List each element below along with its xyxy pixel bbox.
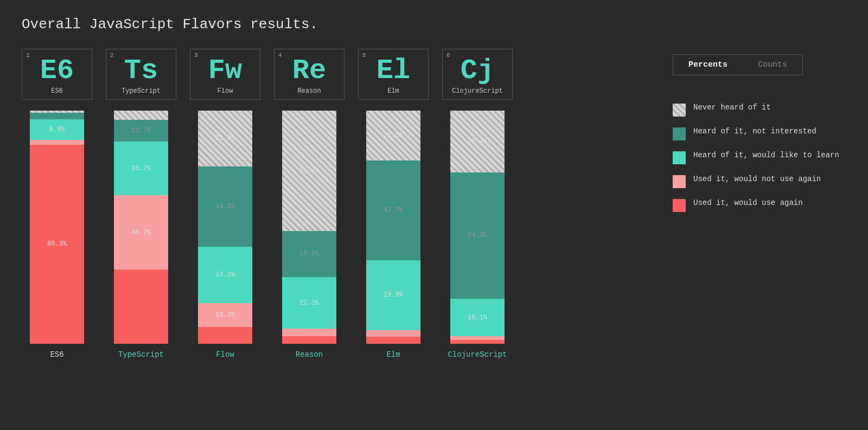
legend-swatch-used-yes <box>673 199 686 212</box>
card-number: 6 <box>446 52 450 59</box>
element-card-es6: 1 E6 ES6 <box>22 49 92 100</box>
bar-segment-never <box>114 111 168 120</box>
bar-segment-never: 51.7% <box>282 111 336 231</box>
counts-toggle[interactable]: Counts <box>743 55 802 75</box>
legend-item-heard-not: Heard of it, not interested <box>673 126 846 140</box>
element-card-typescript: 2 Ts TypeScript <box>106 49 176 100</box>
bar-x-label: Elm <box>386 350 400 359</box>
bar-segment-heard_not <box>30 113 84 119</box>
card-symbol: Cj <box>447 57 508 85</box>
seg-label-heard_learn: 8.9% <box>49 126 65 133</box>
bar-segment-used_yes <box>114 269 168 344</box>
element-card-flow: 3 Fw Flow <box>190 49 260 100</box>
seg-label-used_yes: 86.3% <box>47 240 67 248</box>
card-symbol: Ts <box>111 57 171 85</box>
toggle-buttons: Percents Counts <box>673 54 803 75</box>
right-panel: Percents Counts Never heard of itHeard o… <box>673 49 846 212</box>
seg-label-never: 21.5% <box>384 132 403 139</box>
bar-segment-heard_not: 34.5% <box>198 166 252 247</box>
card-number: 1 <box>26 52 30 59</box>
bar-segment-never: 21.5% <box>366 111 420 161</box>
bar-segment-heard_learn: 33.7% <box>114 142 168 195</box>
bar-container: 23.9%34.5%24.2%10.2% <box>198 111 252 344</box>
bar-segment-used_not <box>450 336 505 340</box>
card-symbol: Re <box>279 57 340 85</box>
bar-group-clojurescript: 26.4%54.3%16.1%ClojureScript <box>442 111 513 359</box>
legend-item-heard-learn: Heard of it, would like to learn <box>673 150 846 164</box>
bar-segment-heard_learn: 24.2% <box>198 247 252 303</box>
seg-label-never: 26.4% <box>468 138 487 145</box>
bar-x-label: TypeScript <box>118 350 164 359</box>
bar-segment-heard_learn: 8.9% <box>30 119 84 140</box>
bar-segment-used_not <box>366 330 420 337</box>
bar-segment-used_yes <box>366 337 420 344</box>
legend-text-heard-not: Heard of it, not interested <box>693 126 816 137</box>
card-number: 5 <box>362 52 366 59</box>
card-name: Reason <box>279 87 340 95</box>
bar-segment-heard_not: 13.7% <box>114 120 168 142</box>
card-name: Flow <box>195 87 256 95</box>
bar-group-elm: 21.5%42.7%29.9%Elm <box>358 111 429 359</box>
bar-x-label: Flow <box>216 350 234 359</box>
bar-x-label: ES6 <box>50 350 63 359</box>
bar-container: 51.7%19.6%22.3% <box>282 111 336 344</box>
bar-container: 8.9%86.3% <box>30 111 84 344</box>
card-number: 4 <box>278 52 282 59</box>
bar-segment-used_yes <box>450 340 505 344</box>
legend-item-used-not: Used it, would not use again <box>673 174 846 188</box>
seg-label-heard_not: 34.5% <box>215 203 235 210</box>
legend-swatch-used-not <box>673 175 686 188</box>
card-name: Elm <box>363 87 424 95</box>
legend-text-heard-learn: Heard of it, would like to learn <box>693 150 839 161</box>
seg-label-heard_learn: 16.1% <box>468 314 487 322</box>
percents-toggle[interactable]: Percents <box>673 55 743 75</box>
element-card-reason: 4 Re Reason <box>274 49 344 100</box>
legend-item-never: Never heard of it <box>673 102 846 117</box>
bar-group-es6: 8.9%86.3%ES6 <box>22 111 92 359</box>
bar-segment-used_not: 46.7% <box>114 195 168 269</box>
card-symbol: Fw <box>195 57 256 85</box>
legend-text-used-yes: Used it, would use again <box>693 198 803 209</box>
seg-label-used_not: 10.2% <box>215 311 235 319</box>
element-cards: 1 E6 ES6 2 Ts TypeScript 3 Fw Flow 4 Re … <box>22 49 651 100</box>
legend: Never heard of itHeard of it, not intere… <box>673 102 846 212</box>
seg-label-heard_learn: 22.3% <box>299 299 319 307</box>
legend-text-never: Never heard of it <box>693 102 771 113</box>
card-symbol: El <box>363 57 424 85</box>
bar-container: 21.5%42.7%29.9% <box>366 111 420 344</box>
legend-item-used-yes: Used it, would use again <box>673 198 846 212</box>
bar-x-label: ClojureScript <box>448 350 507 359</box>
seg-label-heard_not: 54.3% <box>468 232 487 239</box>
seg-label-heard_not: 19.6% <box>299 250 319 258</box>
legend-text-used-not: Used it, would not use again <box>693 174 821 185</box>
bars-section: 8.9%86.3%ES613.7%33.7%46.7%TypeScript23.… <box>22 111 651 359</box>
seg-label-heard_learn: 29.9% <box>384 291 403 299</box>
seg-label-used_not: 46.7% <box>131 229 151 236</box>
bar-segment-used_not: 10.2% <box>198 303 252 327</box>
bar-segment-heard_not: 19.6% <box>282 231 336 277</box>
seg-label-heard_learn: 24.2% <box>215 271 235 279</box>
card-name: TypeScript <box>111 87 171 95</box>
legend-swatch-heard-not <box>673 127 686 140</box>
seg-label-heard_not: 13.7% <box>131 127 151 134</box>
card-number: 3 <box>194 52 198 59</box>
bar-segment-used_not <box>30 140 84 145</box>
card-number: 2 <box>110 52 114 59</box>
legend-swatch-never <box>673 104 686 117</box>
legend-swatch-heard-learn <box>673 151 686 164</box>
bar-segment-heard_learn: 22.3% <box>282 277 336 329</box>
bar-group-reason: 51.7%19.6%22.3%Reason <box>274 111 344 359</box>
bar-segment-heard_learn: 29.9% <box>366 260 420 330</box>
seg-label-heard_not: 42.7% <box>384 207 403 214</box>
bar-segment-used_not <box>282 329 336 336</box>
page-title: Overall JavaScript Flavors results. <box>22 16 846 33</box>
element-card-clojurescript: 6 Cj ClojureScript <box>442 49 513 100</box>
bar-container: 13.7%33.7%46.7% <box>114 111 168 344</box>
bar-segment-used_yes <box>198 327 252 344</box>
bar-segment-heard_not: 42.7% <box>366 161 420 260</box>
bar-group-flow: 23.9%34.5%24.2%10.2%Flow <box>190 111 260 359</box>
bar-segment-used_yes: 86.3% <box>30 145 84 344</box>
seg-label-heard_learn: 33.7% <box>131 165 151 172</box>
bar-container: 26.4%54.3%16.1% <box>450 111 505 344</box>
card-symbol: E6 <box>27 57 87 85</box>
